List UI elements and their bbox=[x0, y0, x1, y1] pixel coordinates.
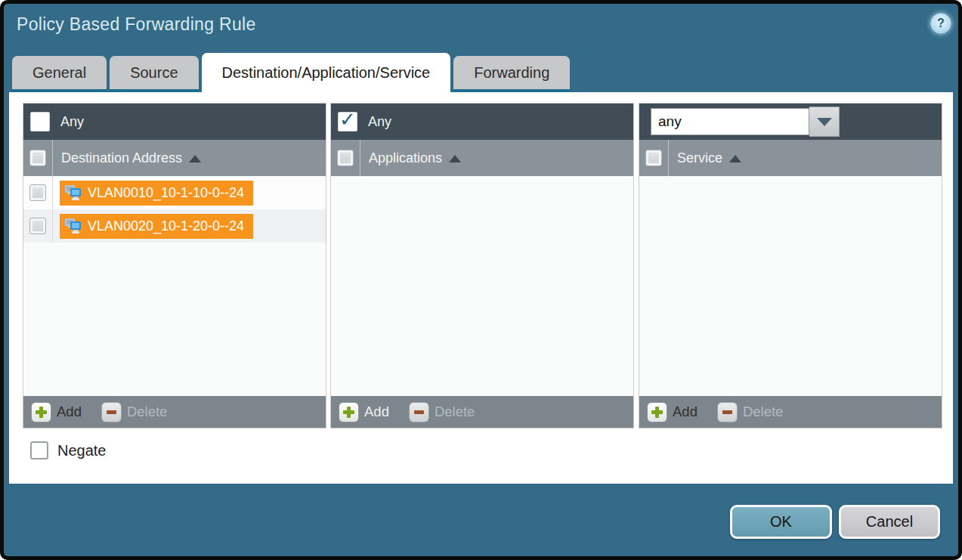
tab-content-panel: Any Destination Address bbox=[9, 92, 953, 484]
tab-source[interactable]: Source bbox=[110, 56, 198, 92]
applications-select-all-checkbox[interactable] bbox=[337, 150, 354, 166]
negate-row: Negate bbox=[30, 441, 107, 459]
service-column-header: Service bbox=[639, 140, 942, 176]
negate-label: Negate bbox=[57, 442, 107, 459]
destination-any-bar: Any bbox=[23, 104, 326, 140]
destination-actions: Add Delete bbox=[23, 396, 326, 428]
destination-column-header: Destination Address bbox=[23, 140, 326, 176]
add-label: Add bbox=[57, 404, 82, 420]
service-mode-bar: any bbox=[639, 104, 942, 140]
add-button[interactable]: Add bbox=[647, 402, 698, 422]
sort-ascending-icon[interactable] bbox=[449, 155, 461, 162]
help-icon[interactable]: ? bbox=[930, 13, 951, 34]
table-row: VLAN0020_10-1-20-0--24 bbox=[23, 209, 326, 243]
applications-column: ✓ Any Applications Add bbox=[330, 103, 634, 429]
service-column: any Service Add bbox=[639, 103, 942, 429]
applications-any-checkbox[interactable]: ✓ bbox=[338, 112, 357, 131]
service-dropdown-value: any bbox=[651, 108, 809, 135]
add-button[interactable]: Add bbox=[339, 402, 389, 422]
dialog-title: Policy Based Forwarding Rule bbox=[17, 14, 256, 35]
row-checkbox[interactable] bbox=[29, 184, 46, 201]
add-label: Add bbox=[364, 404, 389, 420]
policy-based-forwarding-dialog: Policy Based Forwarding Rule ? General S… bbox=[0, 0, 962, 560]
delete-label: Delete bbox=[435, 404, 475, 420]
delete-icon bbox=[717, 402, 738, 422]
ok-button[interactable]: OK bbox=[730, 505, 832, 539]
destination-address-chip[interactable]: VLAN0010_10-1-10-0--24 bbox=[60, 181, 253, 206]
service-header-label: Service bbox=[677, 150, 722, 166]
applications-column-header: Applications bbox=[331, 140, 633, 176]
destination-address-column: Any Destination Address bbox=[23, 103, 326, 429]
applications-any-label: Any bbox=[368, 114, 391, 130]
applications-actions: Add Delete bbox=[331, 396, 633, 428]
add-label: Add bbox=[673, 404, 698, 420]
delete-icon bbox=[409, 402, 429, 422]
delete-button[interactable]: Delete bbox=[101, 402, 167, 422]
add-button[interactable]: Add bbox=[31, 402, 82, 422]
applications-list bbox=[331, 176, 633, 396]
cancel-button[interactable]: Cancel bbox=[839, 505, 940, 539]
help-glyph: ? bbox=[937, 17, 945, 30]
applications-header-label: Applications bbox=[369, 150, 442, 166]
row-checkbox[interactable] bbox=[29, 218, 46, 234]
sort-ascending-icon[interactable] bbox=[729, 155, 741, 162]
negate-checkbox[interactable] bbox=[30, 441, 48, 459]
delete-icon bbox=[101, 402, 122, 422]
tab-bar: General Source Destination/Application/S… bbox=[12, 53, 570, 92]
destination-address-chip[interactable]: VLAN0020_10-1-20-0--24 bbox=[60, 214, 253, 239]
service-list bbox=[639, 176, 942, 396]
delete-label: Delete bbox=[127, 404, 167, 420]
applications-any-bar: ✓ Any bbox=[331, 104, 633, 140]
tab-destination-application-service[interactable]: Destination/Application/Service bbox=[202, 53, 451, 92]
add-icon bbox=[339, 402, 359, 422]
table-row: VLAN0010_10-1-10-0--24 bbox=[23, 176, 326, 209]
delete-button[interactable]: Delete bbox=[717, 402, 783, 422]
tab-forwarding[interactable]: Forwarding bbox=[453, 56, 570, 92]
destination-list: VLAN0010_10-1-10-0--24 bbox=[23, 176, 326, 396]
destination-address-value: VLAN0010_10-1-10-0--24 bbox=[88, 185, 244, 201]
add-icon bbox=[647, 402, 667, 422]
sort-ascending-icon[interactable] bbox=[189, 155, 201, 162]
destination-any-checkbox[interactable] bbox=[30, 112, 50, 131]
service-select-all-checkbox[interactable] bbox=[645, 150, 662, 166]
network-address-icon bbox=[64, 218, 82, 234]
chevron-down-icon[interactable] bbox=[809, 107, 840, 137]
service-actions: Add Delete bbox=[639, 396, 942, 428]
checkmark-icon: ✓ bbox=[339, 110, 356, 129]
destination-header-label: Destination Address bbox=[61, 150, 182, 166]
delete-button[interactable]: Delete bbox=[409, 402, 475, 422]
add-icon bbox=[31, 402, 51, 422]
service-dropdown[interactable]: any bbox=[651, 107, 840, 137]
tab-general[interactable]: General bbox=[12, 56, 107, 92]
network-address-icon bbox=[64, 185, 82, 201]
destination-select-all-checkbox[interactable] bbox=[29, 150, 46, 166]
destination-address-value: VLAN0020_10-1-20-0--24 bbox=[88, 218, 244, 234]
destination-any-label: Any bbox=[60, 114, 84, 130]
delete-label: Delete bbox=[743, 404, 783, 420]
